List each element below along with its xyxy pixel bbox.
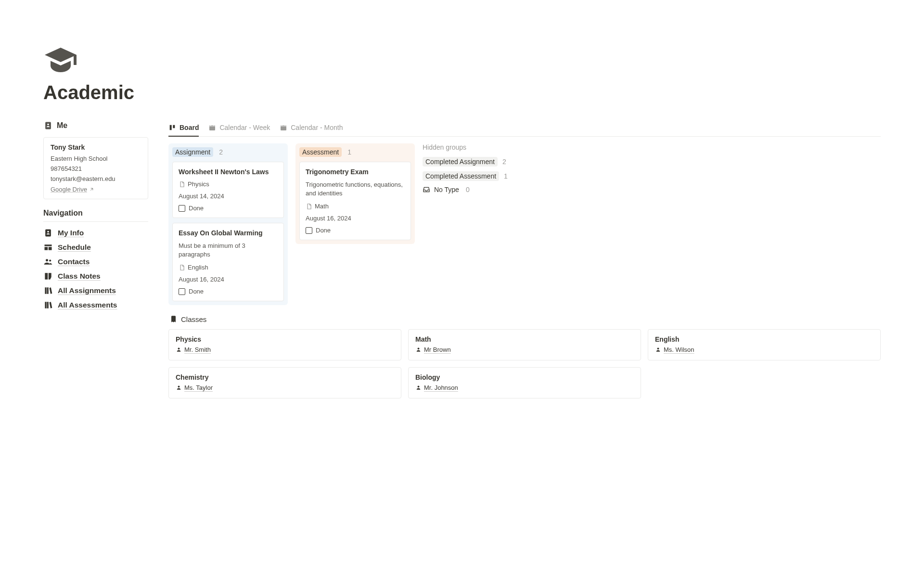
people-icon [43,257,53,267]
me-drive-link[interactable]: Google Drive [51,186,94,193]
external-link-icon [89,187,94,192]
me-email: tonystark@eastern.edu [51,175,141,182]
svg-rect-9 [281,125,286,127]
me-id: 987654321 [51,165,141,172]
me-name: Tony Stark [51,143,141,151]
person-icon [655,346,661,353]
page-title: Academic [43,82,881,103]
notebook-icon [168,315,177,323]
svg-rect-2 [45,230,51,237]
svg-rect-7 [209,125,215,127]
task-desc: Must be a minimum of 3 paragraphs [179,242,278,259]
task-subject: English [179,264,278,271]
hidden-groups-title: Hidden groups [423,143,524,151]
class-teacher[interactable]: Mr. Johnson [415,384,458,391]
checkbox-icon[interactable] [306,227,312,234]
table-icon [43,243,53,252]
hidden-group-row[interactable]: Completed Assessment 1 [423,171,524,181]
class-card[interactable]: English Ms. Wilson [648,329,881,360]
notes-icon [43,271,53,281]
svg-point-13 [178,386,180,388]
tab-calendar-month[interactable]: Calendar - Month [280,121,343,137]
calendar-icon [280,124,287,131]
tab-calendar-week[interactable]: Calendar - Week [208,121,270,137]
svg-point-1 [47,124,49,126]
class-card[interactable]: Biology Mr. Johnson [408,367,641,398]
nav-all-assignments[interactable]: All Assignments [43,283,148,298]
column-assignment-label: Assignment [172,147,213,157]
task-card[interactable]: Trigonometry Exam Trigonometric function… [299,162,411,240]
class-teacher[interactable]: Ms. Wilson [655,346,694,353]
task-date: August 16, 2024 [306,215,405,222]
divider [43,221,148,222]
svg-point-11 [418,348,420,350]
inbox-icon [423,186,430,193]
task-card[interactable]: Essay On Global Warming Must be a minimu… [172,223,284,301]
id-card-icon [43,121,53,130]
person-icon [176,346,182,353]
books-icon [43,286,53,295]
column-assignment: Assignment 2 Worksheet II Newton's Laws … [168,143,288,305]
task-date: August 16, 2024 [179,276,278,283]
person-icon [415,385,422,391]
graduation-cap-icon [43,43,78,78]
task-done[interactable]: Done [179,288,278,295]
board-icon [168,124,176,131]
nav-my-info[interactable]: My Info [43,226,148,240]
no-type-row[interactable]: No Type 0 [423,186,524,193]
calendar-icon [208,124,216,131]
task-title: Essay On Global Warming [179,229,278,237]
task-subject: Physics [179,180,278,188]
task-date: August 14, 2024 [179,192,278,200]
me-school: Eastern High School [51,155,141,162]
class-teacher[interactable]: Mr. Smith [176,346,211,353]
svg-point-14 [418,386,420,388]
nav-class-notes[interactable]: Class Notes [43,269,148,283]
task-card[interactable]: Worksheet II Newton's Laws Physics Augus… [172,162,284,218]
page-icon [306,203,312,210]
task-done[interactable]: Done [179,205,278,212]
svg-point-4 [46,259,48,261]
class-name: Math [415,335,634,343]
page-icon [179,181,185,188]
class-card[interactable]: Chemistry Ms. Taylor [168,367,401,398]
page-icon [179,264,185,271]
me-heading: Me [43,121,148,130]
task-title: Worksheet II Newton's Laws [179,168,278,176]
class-name: Chemistry [176,373,394,381]
checkbox-icon[interactable] [179,288,185,295]
class-name: English [655,335,873,343]
svg-point-10 [178,348,180,350]
svg-point-3 [47,231,49,233]
view-tabs: Board Calendar - Week Calendar - Month [168,121,881,137]
task-subject: Math [306,203,405,210]
task-title: Trigonometry Exam [306,168,405,176]
column-assessment-count: 1 [347,148,351,156]
class-card[interactable]: Physics Mr. Smith [168,329,401,360]
class-teacher[interactable]: Ms. Taylor [176,384,213,391]
nav-all-assessments[interactable]: All Assessments [43,298,148,312]
hidden-groups: Hidden groups Completed Assignment 2 Com… [423,143,524,193]
navigation-heading: Navigation [43,209,148,218]
column-assessment-label: Assessment [299,147,342,157]
person-icon [176,385,182,391]
classes-heading: Classes [168,315,881,323]
hidden-group-row[interactable]: Completed Assignment 2 [423,157,524,167]
class-name: Biology [415,373,634,381]
me-card[interactable]: Tony Stark Eastern High School 987654321… [43,137,148,199]
svg-rect-0 [45,122,51,129]
class-card[interactable]: Math Mr Brown [408,329,641,360]
class-name: Physics [176,335,394,343]
class-teacher[interactable]: Mr Brown [415,346,451,353]
column-assessment: Assessment 1 Trigonometry Exam Trigonome… [295,143,415,244]
svg-point-5 [49,259,51,261]
task-done[interactable]: Done [306,227,405,234]
nav-schedule[interactable]: Schedule [43,240,148,255]
checkbox-icon[interactable] [179,205,185,212]
column-assignment-count: 2 [219,148,223,156]
books-icon [43,300,53,310]
task-desc: Trigonometric functions, equations, and … [306,180,405,198]
tab-board[interactable]: Board [168,121,199,137]
nav-contacts[interactable]: Contacts [43,255,148,269]
id-card-icon [43,228,53,238]
